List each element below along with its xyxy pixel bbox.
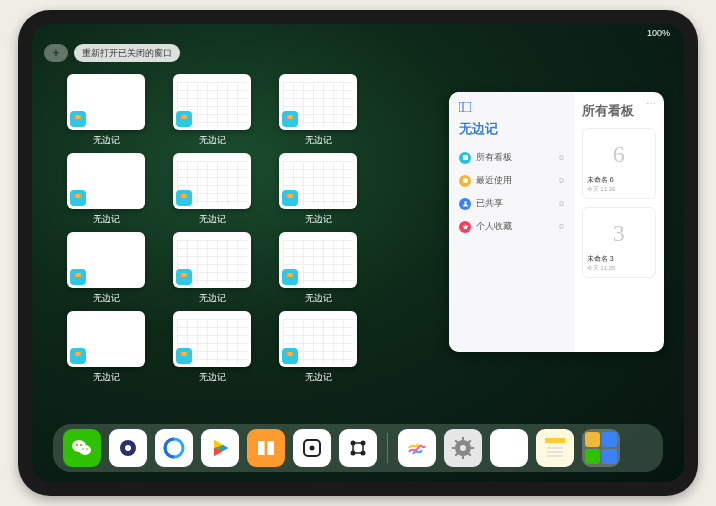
play-icon[interactable] [201,429,239,467]
new-window-button[interactable]: + [44,44,68,62]
tile-thumbnail [173,153,251,209]
category-item[interactable]: 个人收藏0 [459,215,564,238]
category-label: 最近使用 [476,174,512,187]
books-icon[interactable] [247,429,285,467]
svg-rect-29 [470,447,474,449]
category-label: 已共享 [476,197,503,210]
freeform-app-icon [176,190,192,206]
svg-point-20 [310,446,315,451]
sidebar-toggle-icon[interactable] [459,102,564,114]
category-count: 0 [559,153,563,162]
more-icon[interactable]: ⋯ [646,98,656,109]
tile-thumbnail [279,311,357,367]
svg-point-3 [463,178,468,183]
app-window-tile[interactable]: 无边记 [168,153,256,226]
quark-icon[interactable] [109,429,147,467]
svg-point-12 [125,445,131,451]
app-library-icon[interactable] [582,429,620,467]
board-card[interactable]: 6未命名 6今天 11:26 [582,128,656,199]
board-thumbnail: 3 [587,212,651,254]
tile-label: 无边记 [199,213,226,226]
category-icon [459,175,471,187]
app-window-tile[interactable]: 无边记 [274,311,362,384]
app-window-tile[interactable]: 无边记 [274,153,362,226]
tile-thumbnail [173,232,251,288]
qqbrowser-icon[interactable] [155,429,193,467]
tile-label: 无边记 [93,371,120,384]
freeform-app-icon [282,111,298,127]
reopen-closed-window-button[interactable]: 重新打开已关闭的窗口 [74,44,180,62]
panel-content: ⋯ 所有看板 6未命名 6今天 11:263未命名 3今天 11:25 [574,92,664,352]
category-item[interactable]: 最近使用0 [459,169,564,192]
svg-rect-35 [545,438,565,443]
category-item[interactable]: 已共享0 [459,192,564,215]
app3-icon[interactable] [490,429,528,467]
tile-label: 无边记 [199,134,226,147]
svg-point-8 [80,444,82,446]
wechat-icon[interactable] [63,429,101,467]
status-battery: 100% [647,28,670,44]
freeform-app-icon [176,269,192,285]
tile-thumbnail [279,74,357,130]
app-window-tile[interactable]: 无边记 [168,74,256,147]
freeform-app-icon [70,269,86,285]
app-window-tile[interactable]: 无边记 [62,74,150,147]
svg-rect-27 [462,437,464,441]
board-time: 今天 11:25 [587,264,651,273]
category-label: 所有看板 [476,151,512,164]
freeform-app-icon [70,190,86,206]
board-name: 未命名 6 [587,175,651,185]
dice-icon[interactable] [293,429,331,467]
ipad-frame: 100% + 重新打开已关闭的窗口 无边记无边记无边记无边记无边记无边记无边记无… [18,10,698,496]
app-window-tile[interactable]: 无边记 [62,311,150,384]
app-window-tile[interactable]: 无边记 [274,74,362,147]
freeform-panel[interactable]: 无边记 所有看板0最近使用0已共享0个人收藏0 ⋯ 所有看板 6未命名 6今天 … [449,92,664,352]
svg-point-26 [460,445,466,451]
svg-rect-33 [452,447,456,449]
freeform-app-icon [70,348,86,364]
panel-left-title: 无边记 [459,120,564,138]
tile-thumbnail [279,232,357,288]
tile-thumbnail [279,153,357,209]
board-card[interactable]: 3未命名 3今天 11:25 [582,207,656,278]
category-item[interactable]: 所有看板0 [459,146,564,169]
app-window-tile[interactable]: 无边记 [62,153,150,226]
tile-thumbnail [67,74,145,130]
tile-label: 无边记 [305,213,332,226]
freeform-app-icon [282,190,298,206]
tile-label: 无边记 [305,371,332,384]
tile-thumbnail [67,232,145,288]
connect-icon[interactable] [339,429,377,467]
dock-separator [387,433,388,463]
svg-rect-0 [459,102,471,112]
category-count: 0 [559,176,563,185]
status-bar: 100% [32,28,684,44]
notes-icon[interactable] [536,429,574,467]
app-window-tile[interactable]: 无边记 [168,232,256,305]
tile-thumbnail [173,311,251,367]
app-window-tile[interactable]: 无边记 [274,232,362,305]
svg-point-10 [86,448,88,450]
svg-point-6 [79,445,91,455]
freeform-icon[interactable] [398,429,436,467]
svg-rect-2 [463,155,468,160]
tile-thumbnail [67,153,145,209]
tile-label: 无边记 [199,371,226,384]
freeform-app-icon [70,111,86,127]
svg-point-4 [464,201,467,204]
category-label: 个人收藏 [476,220,512,233]
app-window-tile[interactable]: 无边记 [168,311,256,384]
settings-icon[interactable] [444,429,482,467]
dock [53,424,663,472]
tile-thumbnail [67,311,145,367]
category-icon [459,198,471,210]
freeform-app-icon [282,348,298,364]
tile-label: 无边记 [93,292,120,305]
freeform-app-icon [282,269,298,285]
svg-point-9 [82,448,84,450]
window-grid: 无边记无边记无边记无边记无边记无边记无边记无边记无边记无边记无边记无边记 [62,74,468,384]
category-icon [459,221,471,233]
app-window-tile[interactable]: 无边记 [62,232,150,305]
tile-label: 无边记 [93,213,120,226]
tile-thumbnail [173,74,251,130]
